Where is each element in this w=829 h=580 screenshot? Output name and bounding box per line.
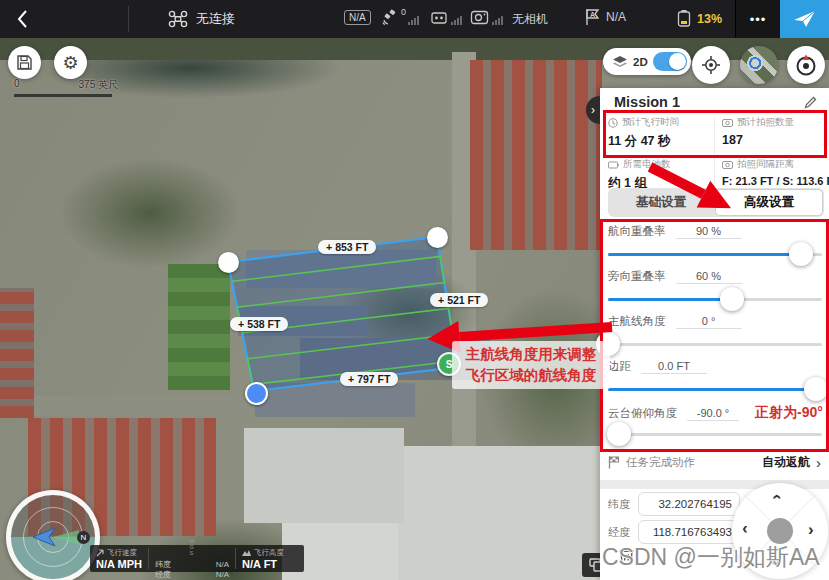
- edge-length-value: 853 FT: [335, 241, 368, 253]
- topbar-divider: [128, 6, 129, 32]
- lat-label: 纬度: [155, 560, 171, 570]
- compass-needle-icon: [794, 53, 818, 77]
- edge-length-label[interactable]: +538 FT: [230, 317, 288, 331]
- slider-label: 云台俯仰角度: [608, 406, 677, 421]
- slider-value-field[interactable]: 0 °: [676, 314, 742, 329]
- panel-header: Mission 1: [600, 88, 829, 114]
- slider-value-field[interactable]: 60 %: [676, 269, 742, 284]
- dpad-center-button[interactable]: [767, 518, 793, 544]
- photo-interval-value: F: 21.3 FT / S: 113.6 FT: [722, 175, 828, 187]
- svg-text:A: A: [590, 11, 595, 18]
- gear-icon: ⚙: [62, 52, 78, 74]
- slider-thumb[interactable]: [720, 287, 744, 311]
- lon-label: 经度: [155, 570, 171, 580]
- tab-basic-settings[interactable]: 基础设置: [608, 188, 714, 217]
- nudge-dpad: › › › ›: [732, 483, 828, 579]
- mission-title: Mission 1: [614, 94, 680, 110]
- battery-percent: 13%: [697, 12, 722, 26]
- speed-readout: 飞行速度 N/A MPH: [90, 545, 148, 572]
- edge-length-label[interactable]: +853 FT: [318, 240, 376, 254]
- battery-status[interactable]: 13%: [676, 9, 722, 28]
- stat-flight-time: 预计飞行时间 11 分 47 秒: [608, 116, 714, 150]
- latitude-input[interactable]: [638, 492, 740, 516]
- slider-value-field[interactable]: 0.0 FT: [641, 359, 707, 374]
- delete-mission-button[interactable]: [618, 546, 635, 569]
- finish-action-value: 自动返航: [762, 454, 810, 471]
- move-cross-icon: +: [348, 373, 354, 385]
- back-chevron-icon: [17, 10, 28, 28]
- slider-thumb[interactable]: [607, 422, 631, 446]
- slider-row-side-overlap: 旁向重叠率60 %: [600, 269, 829, 314]
- takeoff-button[interactable]: [780, 0, 829, 38]
- aircraft-connection-status[interactable]: 无连接: [168, 0, 235, 38]
- speed-value: N/A MPH: [96, 558, 142, 570]
- slider-label: 边距: [608, 359, 631, 374]
- slider-thumb[interactable]: [789, 242, 813, 266]
- altitude-value: N/A FT: [242, 558, 284, 570]
- lon-value: N/A: [216, 570, 229, 580]
- dpad-left-button[interactable]: ›: [742, 520, 748, 540]
- save-mission-button[interactable]: [8, 46, 41, 79]
- slider-track[interactable]: [608, 343, 822, 346]
- map-scale-bar: 0375 英尺: [14, 78, 118, 97]
- speed-arrow-icon: [96, 549, 104, 557]
- edge-length-label[interactable]: +797 FT: [340, 372, 398, 386]
- battery-small-icon: [608, 160, 619, 170]
- finish-flag-icon: [608, 456, 620, 469]
- flight-assist-value: N/A: [606, 10, 626, 24]
- polygon-vertex-handle[interactable]: [427, 227, 448, 248]
- map-compass-button[interactable]: [787, 46, 825, 84]
- note-line-1: 主航线角度用来调整: [454, 344, 608, 365]
- move-cross-icon: +: [326, 241, 332, 253]
- finish-action-row[interactable]: 任务完成动作 自动返航 ›: [600, 448, 829, 476]
- flight-assist-status[interactable]: A N/A: [584, 8, 626, 26]
- polygon-vertex-handle[interactable]: [218, 252, 239, 273]
- gps-signal-status: 0: [381, 8, 419, 26]
- altitude-icon: [242, 549, 251, 557]
- more-menu-button[interactable]: •••: [736, 0, 780, 38]
- slider-track[interactable]: [608, 253, 822, 256]
- stat-battery-count: 所需电池数 约 1 组: [608, 158, 714, 192]
- clock-icon: [608, 118, 618, 128]
- satellite-count: 0: [401, 7, 406, 17]
- top-status-bar: 无连接 N/A 0 无相机 A N/A: [0, 0, 829, 38]
- connection-status-text: 无连接: [196, 10, 235, 28]
- back-button[interactable]: [0, 0, 44, 38]
- route-angle-note: 主航线角度用来调整 飞行区域的航线角度: [452, 341, 610, 389]
- telemetry-bar: 飞行速度 N/A MPH WGS 纬度N/A 经度N/A 飞行高度 N/A FT: [90, 545, 304, 572]
- move-cross-icon: +: [438, 294, 444, 306]
- satellite-icon: [381, 8, 399, 26]
- crosshair-locate-icon: [701, 55, 721, 75]
- slider-track[interactable]: [608, 298, 822, 301]
- edit-pencil-icon[interactable]: [804, 96, 817, 109]
- locate-me-button[interactable]: [692, 46, 730, 84]
- scale-bar-line: [14, 94, 112, 97]
- dpad-down-button[interactable]: ›: [766, 560, 786, 566]
- edge-length-label[interactable]: +521 FT: [430, 293, 488, 307]
- longitude-row: 经度: [608, 520, 740, 544]
- slider-track[interactable]: [608, 388, 822, 391]
- north-badge: N: [77, 531, 90, 544]
- edge-length-value: 521 FT: [447, 294, 480, 306]
- wgs-datum-label: WGS: [189, 538, 194, 556]
- camera-signal-status: [470, 8, 503, 25]
- dpad-up-button[interactable]: ›: [766, 494, 786, 500]
- minimap-preview-button[interactable]: [740, 46, 778, 84]
- camera-signal-bars-icon: [492, 16, 503, 25]
- geo-flag-icon: A: [584, 8, 601, 26]
- mission-settings-button[interactable]: ⚙: [54, 46, 87, 79]
- slider-value-field[interactable]: 90 %: [676, 224, 742, 239]
- tab-advanced-settings[interactable]: 高级设置: [715, 189, 823, 216]
- dpad-right-button[interactable]: ›: [808, 520, 814, 540]
- settings-tabs: 基础设置 高级设置: [608, 188, 824, 217]
- polygon-vertex-handle-selected[interactable]: [245, 382, 268, 405]
- chevron-right-icon: ›: [816, 454, 821, 471]
- slider-value-field[interactable]: -90.0 °: [687, 406, 739, 421]
- 2d-toggle-switch[interactable]: [653, 52, 687, 71]
- longitude-input[interactable]: [638, 520, 740, 544]
- slider-thumb[interactable]: [804, 377, 828, 401]
- trash-icon: [618, 546, 635, 565]
- airplane-icon: [793, 9, 817, 29]
- map-2d-toggle[interactable]: 2D: [603, 48, 691, 75]
- slider-track[interactable]: [608, 433, 822, 436]
